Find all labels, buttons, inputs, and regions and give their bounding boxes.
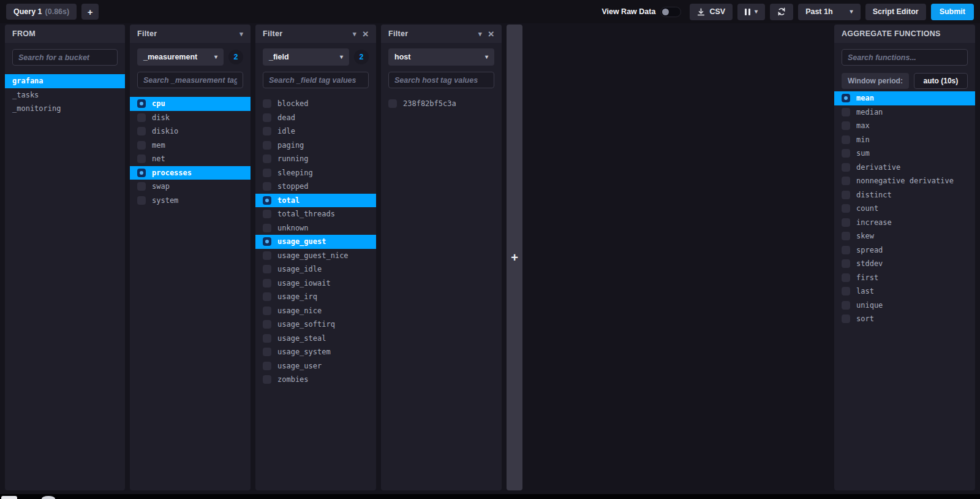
list-item-usage-nice[interactable]: usage_nice (255, 304, 376, 318)
checkbox[interactable] (263, 169, 271, 177)
checkbox[interactable] (263, 265, 271, 273)
checkbox-checked[interactable] (842, 94, 850, 102)
list-item-system[interactable]: system (130, 194, 251, 208)
chevron-down-icon[interactable]: ▾ (353, 30, 356, 38)
checkbox[interactable] (263, 279, 271, 288)
checkbox[interactable] (842, 232, 850, 240)
list-item-derivative[interactable]: derivative (834, 161, 975, 175)
checkbox[interactable] (263, 320, 271, 329)
script-editor-button[interactable]: Script Editor (865, 4, 926, 20)
list-item-usage-softirq[interactable]: usage_softirq (255, 318, 376, 332)
list-item-diskio[interactable]: diskio (130, 124, 251, 139)
list-item-paging[interactable]: paging (255, 139, 376, 153)
view-raw-data-toggle[interactable] (660, 7, 681, 17)
list-item--tasks[interactable]: _tasks (5, 88, 125, 102)
chevron-down-icon[interactable]: ▾ (478, 30, 482, 38)
checkbox-checked[interactable] (137, 169, 146, 177)
checkbox[interactable] (263, 210, 271, 218)
checkbox[interactable] (263, 182, 271, 191)
checkbox[interactable] (842, 149, 850, 158)
checkbox[interactable] (263, 348, 271, 356)
query-tab[interactable]: Query 1 (0.86s) (6, 4, 77, 20)
checkbox[interactable] (263, 362, 271, 370)
checkbox[interactable] (263, 251, 271, 260)
checkbox[interactable] (842, 259, 850, 268)
list-item-usage-system[interactable]: usage_system (255, 345, 376, 359)
checkbox-checked[interactable] (137, 99, 146, 108)
list-item-usage-irq[interactable]: usage_irq (255, 290, 376, 304)
list-item-last[interactable]: last (834, 284, 975, 299)
checkbox[interactable] (263, 375, 271, 384)
list-item-distinct[interactable]: distinct (834, 188, 975, 202)
refresh-button[interactable] (770, 4, 793, 20)
list-item-total-threads[interactable]: total_threads (255, 207, 376, 221)
list-item-skew[interactable]: skew (834, 229, 975, 243)
bucket-search-input[interactable] (12, 49, 118, 66)
checkbox[interactable] (842, 314, 850, 323)
time-range-dropdown[interactable]: Past 1h ▾ (798, 4, 861, 20)
window-period-dropdown[interactable]: auto (10s) (914, 73, 968, 89)
list-item-usage-steal[interactable]: usage_steal (255, 332, 376, 346)
list-item-238f82bf5c3a[interactable]: 238f82bf5c3a (381, 97, 502, 111)
checkbox[interactable] (842, 273, 850, 282)
list-item-unique[interactable]: unique (834, 299, 975, 313)
list-item-mean[interactable]: mean (834, 91, 975, 105)
measurement-search-input[interactable] (137, 72, 243, 88)
checkbox[interactable] (137, 182, 146, 191)
list-item-min[interactable]: min (834, 133, 975, 147)
list-item-swap[interactable]: swap (130, 180, 251, 194)
checkbox[interactable] (842, 301, 850, 310)
function-search-input[interactable] (842, 49, 968, 66)
checkbox-checked[interactable] (263, 196, 271, 205)
checkbox[interactable] (263, 307, 271, 315)
submit-button[interactable]: Submit (931, 4, 974, 20)
checkbox[interactable] (263, 141, 271, 150)
checkbox[interactable] (137, 141, 146, 150)
list-item-usage-idle[interactable]: usage_idle (255, 262, 376, 276)
list-item-sum[interactable]: sum (834, 147, 975, 161)
csv-download-button[interactable]: CSV (690, 4, 733, 20)
checkbox[interactable] (137, 196, 146, 205)
list-item-max[interactable]: max (834, 119, 975, 133)
host-search-input[interactable] (388, 72, 494, 88)
checkbox[interactable] (263, 113, 271, 122)
list-item-first[interactable]: first (834, 271, 975, 285)
checkbox[interactable] (263, 334, 271, 343)
list-item-net[interactable]: net (130, 152, 251, 166)
chevron-down-icon[interactable]: ▾ (239, 30, 243, 38)
tag-key-dropdown[interactable]: _measurement ▾ (137, 48, 224, 66)
list-item-usage-guest[interactable]: usage_guest (255, 235, 376, 249)
checkbox[interactable] (842, 135, 850, 144)
checkbox[interactable] (388, 99, 397, 108)
checkbox[interactable] (263, 224, 271, 232)
list-item-total[interactable]: total (255, 194, 376, 208)
list-item-grafana[interactable]: grafana (5, 74, 125, 88)
add-query-button[interactable]: + (81, 4, 99, 20)
checkbox[interactable] (842, 177, 850, 185)
list-item-usage-iowait[interactable]: usage_iowait (255, 276, 376, 291)
checkbox[interactable] (137, 127, 146, 135)
checkbox[interactable] (137, 113, 146, 122)
list-item-unknown[interactable]: unknown (255, 221, 376, 235)
list-item-spread[interactable]: spread (834, 243, 975, 257)
list-item-idle[interactable]: idle (255, 124, 376, 139)
checkbox[interactable] (263, 292, 271, 301)
checkbox[interactable] (842, 287, 850, 295)
list-item-zombies[interactable]: zombies (255, 373, 376, 387)
list-item-usage-guest-nice[interactable]: usage_guest_nice (255, 249, 376, 263)
list-item-increase[interactable]: increase (834, 216, 975, 230)
list-item--monitoring[interactable]: _monitoring (5, 102, 125, 116)
checkbox[interactable] (263, 154, 271, 163)
pause-button[interactable]: ▾ (737, 4, 765, 20)
tag-key-dropdown[interactable]: _field ▾ (263, 48, 349, 66)
checkbox[interactable] (842, 246, 850, 254)
list-item-stddev[interactable]: stddev (834, 257, 975, 271)
list-item-disk[interactable]: disk (130, 111, 251, 125)
close-icon[interactable]: × (488, 29, 494, 39)
checkbox[interactable] (842, 108, 850, 116)
checkbox[interactable] (842, 163, 850, 172)
checkbox[interactable] (263, 99, 271, 108)
list-item-blocked[interactable]: blocked (255, 97, 376, 111)
list-item-cpu[interactable]: cpu (130, 97, 251, 111)
list-item-median[interactable]: median (834, 105, 975, 120)
